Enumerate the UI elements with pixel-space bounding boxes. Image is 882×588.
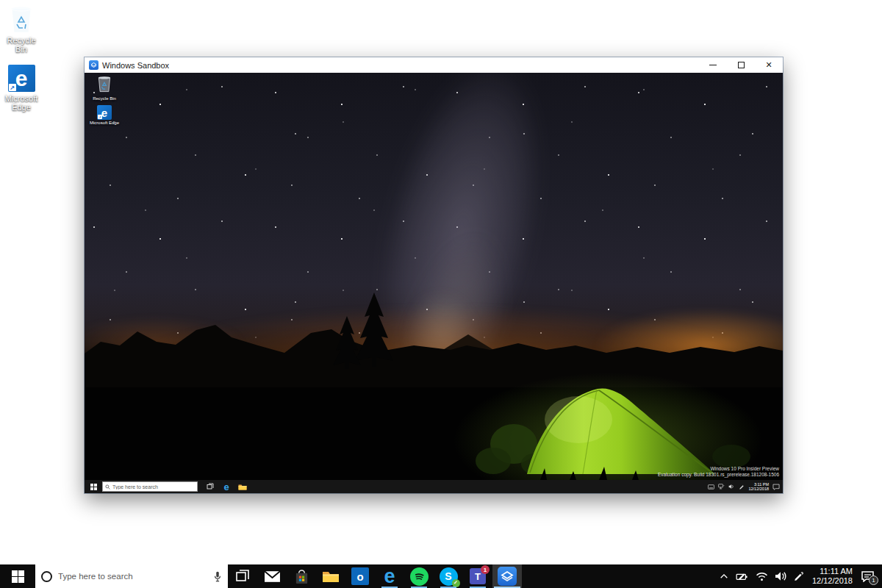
skype-icon: S ✓: [440, 567, 458, 586]
desktop-icon-microsoft-edge[interactable]: e ↗ Microsoft Edge: [0, 65, 43, 112]
shortcut-arrow-icon: ↗: [98, 115, 102, 119]
recycle-bin-icon: [97, 75, 112, 96]
desktop-icon-label: Recycle Bin: [93, 96, 116, 101]
taskbar-app-microsoft-store[interactable]: [287, 564, 316, 588]
volume-icon[interactable]: [728, 484, 735, 490]
maximize-icon: [738, 62, 745, 68]
action-center-icon[interactable]: [772, 484, 780, 490]
windows-logo-icon: [12, 570, 24, 583]
desktop-icon-label: Microsoft Edge: [89, 121, 120, 126]
file-explorer-icon: [238, 484, 247, 490]
teams-notification-badge: 1: [481, 565, 490, 574]
notification-count-badge: 1: [869, 576, 878, 585]
system-tray: 11:11 AM 12/12/2018 1: [719, 564, 882, 588]
sandbox-clock[interactable]: 3:11 PM 12/12/2018: [748, 482, 769, 492]
sandbox-system-tray: 3:11 PM 12/12/2018: [708, 480, 783, 493]
edge-icon: e: [384, 567, 395, 587]
sandbox-window-titlebar[interactable]: Windows Sandbox ✕: [85, 57, 783, 73]
windows-logo-icon: [90, 484, 97, 490]
edge-icon: e ↗: [97, 105, 112, 120]
sandbox-search-box[interactable]: [102, 481, 198, 492]
sandbox-search-input[interactable]: [112, 484, 195, 490]
edge-icon: e ↗: [8, 65, 35, 92]
sandbox-desktop-icon-recycle-bin[interactable]: Recycle Bin: [87, 75, 121, 101]
sandbox-desktop[interactable]: Recycle Bin e ↗ Microsoft Edge Windows 1…: [85, 73, 783, 480]
sandbox-watermark: Windows 10 Pro Insider Preview Evaluatio…: [658, 466, 779, 478]
host-taskbar: o e S ✓ T 1: [0, 564, 882, 588]
taskbar-app-skype[interactable]: S ✓: [434, 564, 463, 588]
minimize-button[interactable]: [699, 57, 727, 73]
wifi-icon[interactable]: [756, 572, 768, 581]
close-button[interactable]: ✕: [755, 57, 783, 73]
maximize-button[interactable]: [727, 57, 755, 73]
clock[interactable]: 11:11 AM 12/12/2018: [812, 567, 853, 586]
sandbox-start-button[interactable]: [85, 480, 102, 493]
taskbar-app-file-explorer[interactable]: [316, 564, 345, 588]
clock-date: 12/12/2018: [812, 576, 853, 586]
taskbar-app-microsoft-teams[interactable]: T 1: [463, 564, 492, 588]
windows-sandbox-icon: [498, 567, 517, 586]
sandbox-taskbar: e: [85, 480, 783, 493]
microphone-icon[interactable]: [213, 570, 222, 583]
minimize-icon: [709, 65, 717, 65]
file-explorer-icon: [322, 570, 340, 583]
pen-battery-icon[interactable]: [736, 571, 749, 581]
edge-icon: e: [223, 482, 229, 492]
touch-keyboard-icon[interactable]: [708, 484, 714, 490]
sandbox-desktop-icon-microsoft-edge[interactable]: e ↗ Microsoft Edge: [87, 105, 121, 126]
clock-time: 11:11 AM: [812, 567, 853, 576]
pen-icon[interactable]: [739, 484, 745, 490]
taskbar-app-microsoft-edge[interactable]: e: [375, 564, 404, 588]
hidden-icons-chevron[interactable]: [719, 572, 729, 581]
taskbar-app-outlook[interactable]: o: [345, 564, 375, 588]
close-icon: ✕: [765, 60, 772, 70]
taskbar-app-windows-sandbox[interactable]: [492, 564, 522, 588]
task-view-icon: [207, 483, 214, 490]
task-view-icon: [235, 569, 250, 584]
spotify-icon: [410, 567, 429, 586]
host-watermark: Windows 10 Enterprise Insider Preview Ev…: [653, 539, 878, 560]
search-box[interactable]: [35, 564, 228, 588]
sandbox-task-view-button[interactable]: [202, 480, 218, 493]
desktop-icon-recycle-bin[interactable]: Recycle Bin: [0, 4, 43, 54]
windows-sandbox-window: Windows Sandbox ✕: [85, 57, 783, 493]
network-icon[interactable]: [718, 484, 725, 490]
windows-sandbox-icon: [89, 60, 98, 70]
mail-icon: [264, 570, 281, 583]
windows-ink-icon[interactable]: [793, 571, 804, 581]
skype-status-badge: ✓: [452, 579, 460, 587]
teams-icon: T 1: [470, 568, 486, 584]
wallpaper-scene: [85, 73, 783, 480]
outlook-icon: o: [351, 567, 369, 585]
taskbar-app-mail[interactable]: [257, 564, 287, 588]
sandbox-file-explorer-button[interactable]: [234, 480, 251, 493]
sandbox-edge-button[interactable]: e: [218, 480, 234, 493]
shortcut-arrow-icon: ↗: [9, 84, 16, 91]
window-title: Windows Sandbox: [102, 61, 699, 70]
start-button[interactable]: [0, 564, 35, 588]
cortana-icon: [41, 571, 52, 582]
search-input[interactable]: [58, 572, 207, 581]
taskbar-app-spotify[interactable]: [404, 564, 434, 588]
action-center-button[interactable]: 1: [861, 570, 875, 582]
desktop-icon-label: Recycle Bin: [0, 36, 43, 54]
task-view-button[interactable]: [228, 564, 257, 588]
microsoft-store-icon: [294, 568, 309, 585]
desktop-icon-label: Microsoft Edge: [0, 94, 43, 112]
recycle-bin-icon: [9, 4, 34, 34]
volume-icon[interactable]: [775, 571, 786, 581]
host-desktop[interactable]: Recycle Bin e ↗ Microsoft Edge Windows S…: [0, 0, 882, 588]
search-icon: [105, 484, 110, 490]
